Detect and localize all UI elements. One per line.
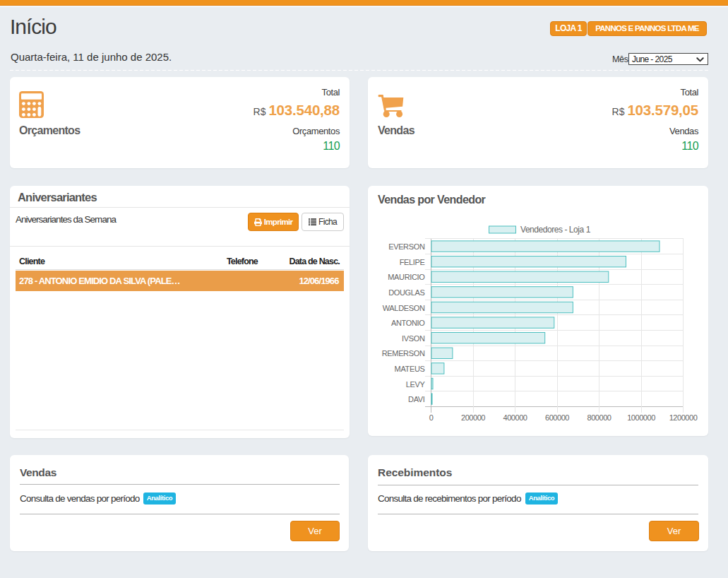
svg-text:WALDESON: WALDESON bbox=[383, 304, 425, 312]
svg-text:MAURICIO: MAURICIO bbox=[388, 273, 425, 281]
svg-text:EVERSON: EVERSON bbox=[388, 242, 425, 251]
svg-text:1200000: 1200000 bbox=[669, 413, 698, 422]
svg-text:ANTONIO: ANTONIO bbox=[391, 319, 425, 327]
svg-text:400000: 400000 bbox=[503, 413, 527, 422]
svg-text:Vendedores - Loja 1: Vendedores - Loja 1 bbox=[520, 225, 591, 235]
svg-text:DOUGLAS: DOUGLAS bbox=[388, 288, 424, 297]
svg-text:MATEUS: MATEUS bbox=[395, 365, 425, 373]
svg-text:800000: 800000 bbox=[587, 413, 611, 422]
svg-text:600000: 600000 bbox=[545, 413, 569, 422]
svg-text:0: 0 bbox=[429, 413, 434, 422]
svg-text:1000000: 1000000 bbox=[627, 413, 655, 422]
svg-text:DAVI: DAVI bbox=[408, 395, 425, 403]
svg-text:IVSON: IVSON bbox=[402, 334, 425, 343]
svg-text:LEVY: LEVY bbox=[406, 380, 426, 389]
svg-text:REMERSON: REMERSON bbox=[382, 349, 425, 358]
svg-text:FELIPE: FELIPE bbox=[400, 258, 425, 266]
svg-text:200000: 200000 bbox=[461, 413, 485, 422]
